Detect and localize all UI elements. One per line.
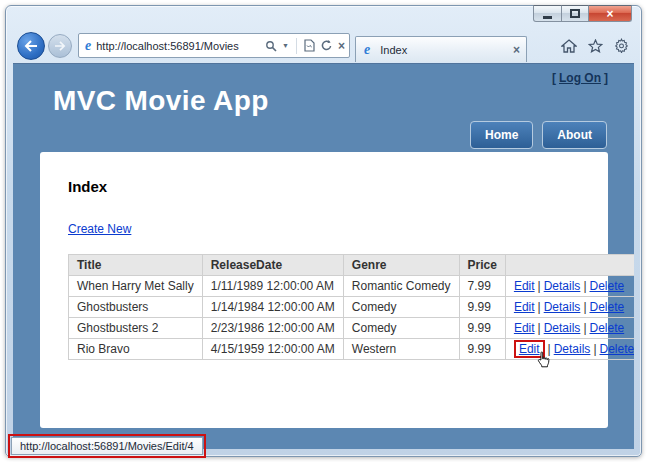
cell-actions: Edit |Details|Delete bbox=[505, 339, 634, 360]
main-menu: Home About bbox=[470, 121, 607, 149]
page-heading: Index bbox=[68, 178, 580, 195]
favorites-star-icon[interactable] bbox=[588, 39, 603, 53]
annotation-highlight-box: Edit bbox=[514, 340, 545, 358]
ie-favicon-icon: e bbox=[85, 39, 91, 53]
details-link[interactable]: Details bbox=[554, 342, 591, 356]
cell-title: Ghostbusters 2 bbox=[69, 318, 203, 339]
details-link[interactable]: Details bbox=[544, 279, 581, 293]
action-separator: | bbox=[538, 300, 541, 314]
address-bar[interactable]: e http://localhost:56891/Movies ▼ × bbox=[78, 33, 350, 58]
hand-cursor-icon bbox=[536, 351, 551, 370]
cell-price: 9.99 bbox=[459, 339, 505, 360]
close-icon: × bbox=[606, 7, 613, 21]
cell-genre: Romantic Comedy bbox=[343, 276, 459, 297]
back-button[interactable] bbox=[17, 32, 45, 60]
close-window-button[interactable]: × bbox=[589, 5, 632, 22]
table-header-row: Title ReleaseDate Genre Price bbox=[69, 255, 635, 276]
cell-title: When Harry Met Sally bbox=[69, 276, 203, 297]
delete-link[interactable]: Delete bbox=[590, 279, 625, 293]
delete-link[interactable]: Delete bbox=[590, 300, 625, 314]
tab-title: Index bbox=[380, 44, 513, 56]
page-viewport: [Log On] MVC Movie App Home About Index … bbox=[13, 63, 634, 449]
delete-link[interactable]: Delete bbox=[590, 321, 625, 335]
edit-link[interactable]: Edit bbox=[514, 279, 535, 293]
forward-arrow-icon bbox=[54, 41, 66, 51]
table-row: Ghostbusters 2 2/23/1986 12:00:00 AM Com… bbox=[69, 318, 635, 339]
column-header-releasedate: ReleaseDate bbox=[202, 255, 343, 276]
back-arrow-icon bbox=[24, 40, 38, 52]
action-separator: | bbox=[583, 279, 586, 293]
compatibility-view-icon[interactable] bbox=[304, 39, 315, 52]
column-header-title: Title bbox=[69, 255, 203, 276]
forward-button[interactable] bbox=[48, 34, 72, 58]
app-title: MVC Movie App bbox=[53, 85, 269, 117]
column-header-genre: Genre bbox=[343, 255, 459, 276]
main-content: Index Create New Title ReleaseDate Genre… bbox=[40, 152, 608, 428]
maximize-button[interactable] bbox=[562, 5, 589, 22]
home-icon[interactable] bbox=[561, 39, 577, 53]
log-on-link[interactable]: Log On bbox=[559, 71, 601, 85]
menu-home-button[interactable]: Home bbox=[470, 121, 533, 149]
browser-toolbar: e http://localhost:56891/Movies ▼ × e In… bbox=[13, 29, 634, 62]
details-link[interactable]: Details bbox=[544, 300, 581, 314]
cell-releasedate: 1/14/1984 12:00:00 AM bbox=[202, 297, 343, 318]
cell-actions: Edit|Details|Delete bbox=[505, 318, 634, 339]
search-dropdown-icon[interactable]: ▼ bbox=[282, 42, 289, 49]
maximize-icon bbox=[570, 9, 580, 18]
refresh-icon[interactable] bbox=[320, 39, 333, 52]
cell-actions: Edit|Details|Delete bbox=[505, 276, 634, 297]
cell-genre: Comedy bbox=[343, 297, 459, 318]
cell-releasedate: 4/15/1959 12:00:00 AM bbox=[202, 339, 343, 360]
cell-genre: Western bbox=[343, 339, 459, 360]
action-separator: | bbox=[583, 300, 586, 314]
action-separator: | bbox=[583, 321, 586, 335]
action-separator: | bbox=[538, 279, 541, 293]
minimize-icon bbox=[543, 16, 552, 19]
action-separator: | bbox=[538, 321, 541, 335]
details-link[interactable]: Details bbox=[544, 321, 581, 335]
movies-table: Title ReleaseDate Genre Price When Harry… bbox=[68, 254, 634, 360]
divider bbox=[296, 38, 297, 54]
tools-gear-icon[interactable] bbox=[614, 38, 629, 53]
log-on-bracket-open: [ bbox=[552, 71, 556, 85]
edit-link[interactable]: Edit bbox=[514, 321, 535, 335]
minimize-button[interactable] bbox=[533, 5, 562, 22]
address-url-text: http://localhost:56891/Movies bbox=[96, 40, 265, 52]
table-row: When Harry Met Sally 1/11/1989 12:00:00 … bbox=[69, 276, 635, 297]
search-icon[interactable] bbox=[265, 40, 277, 52]
tab-favicon-icon: e bbox=[364, 43, 370, 57]
table-row: Ghostbusters 1/14/1984 12:00:00 AM Comed… bbox=[69, 297, 635, 318]
browser-window: × e http://localhost:56891/Movies ▼ bbox=[5, 5, 642, 457]
delete-link[interactable]: Delete bbox=[600, 342, 635, 356]
tab-index[interactable]: e Index × bbox=[355, 36, 527, 62]
cell-price: 9.99 bbox=[459, 297, 505, 318]
menu-about-button[interactable]: About bbox=[542, 121, 607, 149]
cell-title: Ghostbusters bbox=[69, 297, 203, 318]
cell-releasedate: 2/23/1986 12:00:00 AM bbox=[202, 318, 343, 339]
log-on-bracket-close: ] bbox=[604, 71, 608, 85]
log-on-area: [Log On] bbox=[549, 71, 611, 85]
tab-close-icon[interactable]: × bbox=[513, 44, 520, 56]
column-header-price: Price bbox=[459, 255, 505, 276]
cell-price: 7.99 bbox=[459, 276, 505, 297]
window-controls: × bbox=[533, 5, 632, 22]
cell-actions: Edit|Details|Delete bbox=[505, 297, 634, 318]
cell-price: 9.99 bbox=[459, 318, 505, 339]
edit-link[interactable]: Edit bbox=[514, 300, 535, 314]
cell-genre: Comedy bbox=[343, 318, 459, 339]
action-separator: | bbox=[593, 342, 596, 356]
cell-title: Rio Bravo bbox=[69, 339, 203, 360]
column-header-actions bbox=[505, 255, 634, 276]
table-row: Rio Bravo 4/15/1959 12:00:00 AM Western … bbox=[69, 339, 635, 360]
toolbar-right-icons bbox=[561, 38, 634, 53]
create-new-link[interactable]: Create New bbox=[68, 222, 131, 236]
cell-releasedate: 1/11/1989 12:00:00 AM bbox=[202, 276, 343, 297]
stop-icon[interactable]: × bbox=[338, 40, 345, 52]
status-link-tooltip: http://localhost:56891/Movies/Edit/4 bbox=[11, 437, 203, 455]
address-bar-controls: ▼ × bbox=[265, 38, 345, 54]
annotation-highlight-box: http://localhost:56891/Movies/Edit/4 bbox=[8, 434, 206, 458]
